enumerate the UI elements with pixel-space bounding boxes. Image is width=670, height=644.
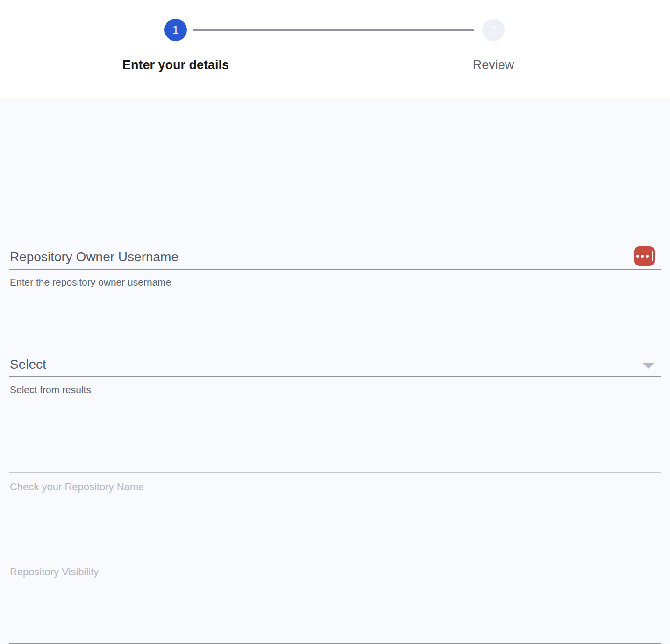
- step-2-indicator[interactable]: 2: [482, 19, 505, 41]
- field-underline: [9, 472, 661, 473]
- field-repository-name[interactable]: Check your Repository Name: [9, 472, 661, 493]
- repository-owner-username-input[interactable]: Repository Owner Username: [9, 249, 661, 265]
- step-1-number: 1: [172, 23, 179, 37]
- stepper-connector-line: [193, 29, 474, 31]
- repository-name-helper: Check your Repository Name: [9, 481, 661, 493]
- password-manager-glyph: [636, 251, 653, 261]
- field-select-dropdown[interactable]: Select Select from results: [9, 357, 661, 395]
- field-underline: [9, 376, 661, 377]
- repository-visibility-helper: Repository Visibility: [9, 566, 661, 578]
- field-underline: [9, 269, 661, 270]
- wizard-screen: 1 2 Enter your details Review Repository…: [0, 0, 670, 644]
- step-2-number: 2: [490, 23, 497, 37]
- field-repository-visibility[interactable]: Repository Visibility: [9, 558, 661, 578]
- field-underline: [9, 558, 661, 558]
- stepper: 1 2 Enter your details Review: [0, 0, 670, 98]
- step-1-label: Enter your details: [82, 58, 269, 72]
- step-2-label: Review: [400, 58, 587, 72]
- field-repository-owner-username[interactable]: Repository Owner Username Enter the repo…: [9, 249, 661, 288]
- select-dropdown-helper: Select from results: [9, 384, 661, 395]
- repository-owner-username-helper: Enter the repository owner username: [9, 277, 661, 288]
- field-underline: [9, 643, 661, 644]
- step-1-indicator[interactable]: 1: [164, 19, 187, 41]
- select-dropdown-value[interactable]: Select: [9, 357, 661, 372]
- form-panel: Repository Owner Username Enter the repo…: [0, 98, 670, 644]
- password-manager-icon[interactable]: [634, 246, 655, 266]
- chevron-down-icon[interactable]: [642, 363, 655, 369]
